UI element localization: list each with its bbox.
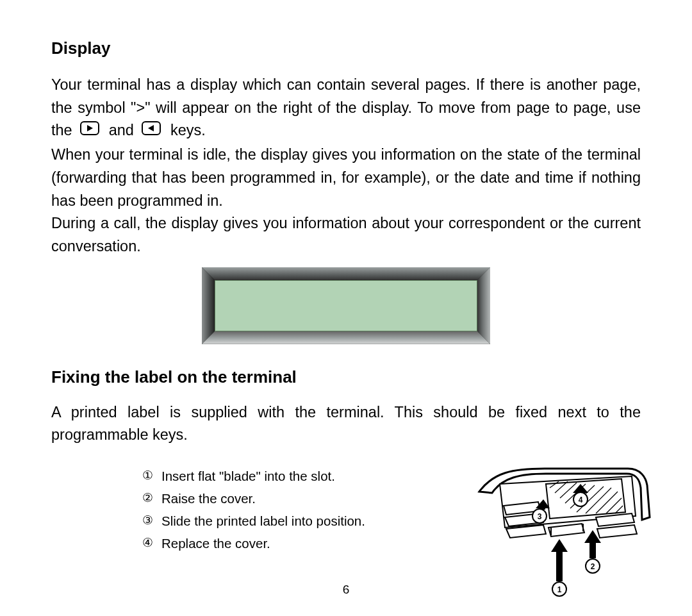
step-text: Raise the cover. — [161, 488, 256, 510]
svg-marker-17 — [551, 539, 568, 552]
paragraph-display-1: Your terminal has a display which can co… — [51, 74, 641, 144]
list-item: ② Raise the cover. — [141, 488, 474, 510]
list-item: ① Insert flat "blade" into the slot. — [141, 466, 474, 487]
svg-rect-16 — [556, 548, 563, 581]
step-text: Insert flat "blade" into the slot. — [161, 466, 335, 487]
step-text: Slide the printed label into position. — [161, 511, 365, 532]
steps-list: ① Insert flat "blade" into the slot. ② R… — [51, 466, 474, 555]
callout-3: 3 — [538, 512, 542, 521]
left-arrow-key-icon — [142, 119, 161, 142]
heading-display: Display — [51, 38, 641, 58]
callout-4: 4 — [579, 495, 583, 504]
list-item: ④ Replace the cover. — [141, 533, 474, 554]
page-number: 6 — [0, 583, 692, 597]
steps-row: ① Insert flat "blade" into the slot. ② R… — [51, 466, 641, 601]
heading-fixing-label: Fixing the label on the terminal — [51, 367, 641, 387]
lcd-screen-icon — [215, 280, 477, 331]
step-number-4-icon: ④ — [141, 533, 154, 554]
callout-2: 2 — [591, 562, 595, 571]
step-number-3-icon: ③ — [141, 511, 154, 532]
step-number-1-icon: ① — [141, 466, 154, 487]
paragraph-display-3: During a call, the display gives you inf… — [51, 212, 641, 258]
para1-part-c: keys. — [170, 122, 206, 139]
step-text: Replace the cover. — [161, 533, 270, 554]
list-item: ③ Slide the printed label into position. — [141, 511, 474, 532]
para1-part-b: and — [109, 122, 138, 139]
para1-part-a: Your terminal has a display which can co… — [51, 76, 641, 139]
paragraph-display-2: When your terminal is idle, the display … — [51, 144, 641, 212]
terminal-display-illustration — [202, 267, 490, 344]
right-arrow-key-icon — [80, 119, 99, 142]
terminal-label-illustration: 1 2 3 4 — [474, 466, 654, 601]
document-page: Display Your terminal has a display whic… — [0, 0, 692, 616]
step-number-2-icon: ② — [141, 488, 154, 510]
paragraph-fixing-label: A printed label is supplied with the ter… — [51, 401, 641, 447]
